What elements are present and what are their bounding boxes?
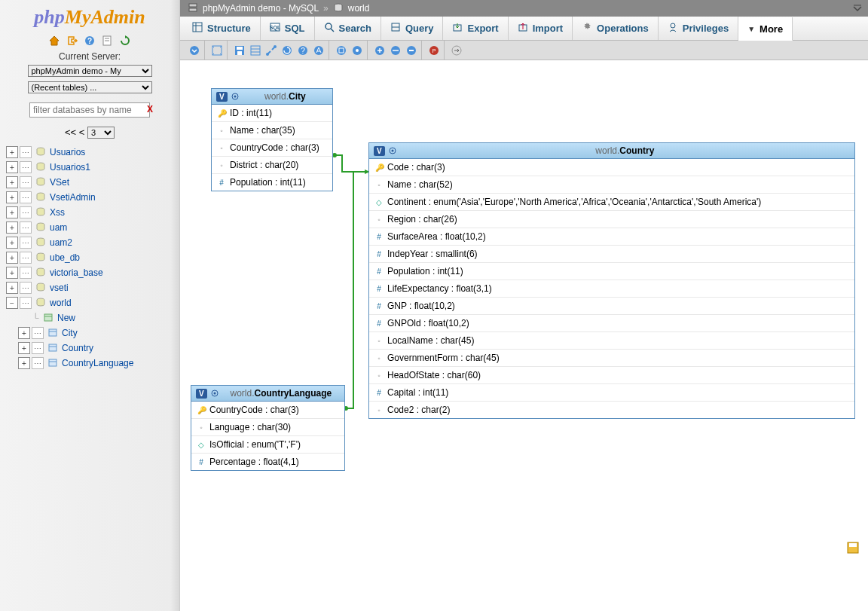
tab-export[interactable]: Export — [443, 17, 508, 40]
table-column[interactable]: ◦Name : char(35) — [212, 122, 332, 139]
db-item-vsetiadmin[interactable]: +⋯VsetiAdmin — [6, 190, 173, 205]
fullscreen-icon[interactable] — [210, 44, 224, 57]
table-column[interactable]: 🔑ID : int(11) — [212, 105, 332, 122]
table-column[interactable]: #Capital : int(11) — [369, 384, 854, 402]
table-column[interactable]: ◦GovernmentForm : char(45) — [369, 350, 854, 367]
collapse-top-icon[interactable] — [850, 0, 865, 17]
designer-table-city[interactable]: Vworld.City🔑ID : int(11)◦Name : char(35)… — [211, 88, 333, 191]
remove-relation-icon[interactable] — [405, 44, 418, 57]
reload-icon[interactable] — [119, 35, 131, 47]
expand-detail-icon[interactable]: ⋯ — [20, 237, 32, 249]
server-select[interactable]: phpMyAdmin demo - My — [28, 65, 152, 77]
table-column[interactable]: ◦Region : char(26) — [369, 211, 854, 228]
expand-toggle-icon[interactable]: + — [6, 191, 18, 203]
direct-relation-icon[interactable] — [389, 44, 402, 57]
db-item-vseti[interactable]: +⋯vseti — [6, 280, 173, 295]
expand-toggle-icon[interactable]: + — [6, 161, 18, 173]
expand-detail-icon[interactable]: ⋯ — [20, 176, 32, 188]
expand-toggle-icon[interactable]: + — [6, 146, 18, 158]
table-column[interactable]: 🔑CountryCode : char(3) — [191, 402, 344, 419]
tab-import[interactable]: Import — [509, 17, 573, 40]
designer-table-countrylanguage[interactable]: Vworld.CountryLanguage🔑CountryCode : cha… — [191, 385, 345, 471]
tab-search[interactable]: Search — [315, 17, 381, 40]
db-item-ube_db[interactable]: +⋯ube_db — [6, 250, 173, 265]
db-item-usuarios[interactable]: +⋯Usuarios — [6, 145, 173, 160]
table-visibility-icon[interactable]: V — [374, 146, 385, 156]
expand-detail-icon[interactable]: ⋯ — [20, 221, 32, 234]
save-icon[interactable] — [233, 44, 246, 57]
db-item-usuarios1[interactable]: +⋯Usuarios1 — [6, 160, 173, 175]
expand-toggle-icon[interactable]: − — [6, 297, 18, 309]
table-header[interactable]: Vworld.Country — [369, 143, 854, 159]
bottom-save-icon[interactable] — [847, 542, 859, 554]
angular-icon[interactable] — [312, 44, 326, 57]
db-item-uam[interactable]: +⋯uam — [6, 220, 173, 235]
table-column[interactable]: ◦CountryCode : char(3) — [212, 139, 332, 157]
table-visibility-icon[interactable]: V — [196, 389, 207, 399]
expand-detail-icon[interactable]: ⋯ — [20, 191, 32, 203]
add-relation-icon[interactable] — [373, 44, 387, 57]
table-column[interactable]: #GNPOld : float(10,2) — [369, 315, 854, 332]
table-column[interactable]: ◦Code2 : char(2) — [369, 402, 854, 418]
db-label[interactable]: uam2 — [50, 237, 72, 248]
db-label[interactable]: vseti — [50, 283, 69, 293]
expand-toggle-icon[interactable]: + — [6, 206, 18, 218]
filter-clear-icon[interactable]: X — [147, 104, 153, 115]
expand-toggle-icon[interactable]: + — [6, 176, 18, 188]
table-item-new[interactable]: └New — [18, 310, 173, 325]
expand-toggle-icon[interactable]: + — [6, 282, 18, 294]
table-header[interactable]: Vworld.City — [212, 89, 332, 105]
db-label[interactable]: victoria_base — [50, 267, 103, 278]
expand-detail-icon[interactable]: ⋯ — [20, 252, 32, 264]
db-label[interactable]: uam — [50, 222, 67, 233]
recent-tables-select[interactable]: (Recent tables) ... — [28, 81, 152, 93]
table-options-icon[interactable] — [210, 389, 219, 398]
table-label[interactable]: CountryLanguage — [62, 358, 133, 368]
table-label[interactable]: Country — [62, 343, 93, 353]
tab-structure[interactable]: Structure — [183, 17, 261, 40]
expand-toggle-icon[interactable]: + — [6, 221, 18, 234]
table-column[interactable]: #SurfaceArea : float(10,2) — [369, 228, 854, 246]
expand-detail-icon[interactable]: ⋯ — [32, 357, 44, 369]
table-column[interactable]: ◦HeadOfState : char(60) — [369, 367, 854, 384]
help-designer-icon[interactable]: ? — [296, 44, 310, 57]
designer-table-country[interactable]: Vworld.Country🔑Code : char(3)◦Name : cha… — [368, 142, 855, 419]
expand-toggle-icon[interactable]: + — [6, 252, 18, 264]
expand-toggle-icon[interactable]: + — [6, 237, 18, 249]
expand-detail-icon[interactable]: ⋯ — [20, 282, 32, 294]
expand-toggle-icon[interactable]: + — [18, 342, 30, 354]
table-list-icon[interactable] — [249, 44, 262, 57]
table-column[interactable]: 🔑Code : char(3) — [369, 159, 854, 176]
breadcrumb-server[interactable]: phpMyAdmin demo - MySQL — [203, 3, 319, 14]
table-column[interactable]: #LifeExpectancy : float(3,1) — [369, 280, 854, 298]
table-header[interactable]: Vworld.CountryLanguage — [191, 386, 344, 402]
db-label[interactable]: Usuarios1 — [50, 162, 90, 173]
expand-toggle-icon[interactable]: + — [18, 327, 30, 339]
db-item-victoria_base[interactable]: +⋯victoria_base — [6, 265, 173, 280]
help-icon[interactable]: ? — [84, 35, 96, 47]
table-column[interactable]: ◦Name : char(52) — [369, 176, 854, 194]
table-label[interactable]: New — [57, 313, 75, 323]
table-column[interactable]: ◦LocalName : char(45) — [369, 332, 854, 350]
designer-canvas[interactable]: Vworld.City🔑ID : int(11)◦Name : char(35)… — [180, 60, 868, 611]
logout-icon[interactable] — [66, 35, 78, 47]
export-pdf-icon[interactable]: P — [427, 44, 441, 57]
tab-sql[interactable]: SQLSQL — [261, 17, 315, 40]
table-options-icon[interactable] — [231, 92, 240, 101]
toggle-small-icon[interactable] — [350, 44, 364, 57]
table-column[interactable]: ◇IsOfficial : enum('T','F') — [191, 436, 344, 454]
db-label[interactable]: Usuarios — [50, 147, 85, 157]
pager-prev[interactable]: << < — [65, 127, 84, 138]
reload-designer-icon[interactable] — [280, 44, 294, 57]
expand-detail-icon[interactable]: ⋯ — [20, 146, 32, 158]
tab-more[interactable]: ▼More — [738, 17, 793, 41]
tab-privileges[interactable]: Privileges — [659, 17, 738, 40]
table-column[interactable]: ◇Continent : enum('Asia','Europe','North… — [369, 194, 854, 211]
table-column[interactable]: #Population : int(11) — [369, 263, 854, 280]
table-item-country[interactable]: +⋯Country — [18, 341, 173, 356]
table-column[interactable]: ◦Language : char(30) — [191, 419, 344, 436]
toggle-menu-icon[interactable] — [188, 44, 201, 57]
db-item-world[interactable]: −⋯world — [6, 295, 173, 310]
expand-detail-icon[interactable]: ⋯ — [32, 327, 44, 339]
table-label[interactable]: City — [62, 328, 78, 338]
